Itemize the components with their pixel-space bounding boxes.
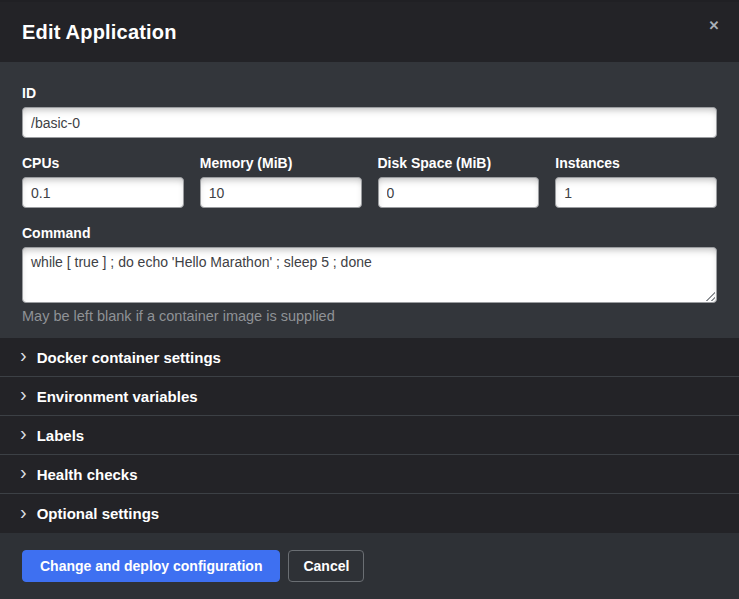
chevron-right-icon: › — [20, 345, 27, 365]
disk-input[interactable] — [378, 177, 540, 208]
close-icon[interactable]: ✕ — [703, 15, 725, 37]
instances-input[interactable] — [555, 177, 717, 208]
chevron-right-icon: › — [20, 384, 27, 404]
chevron-right-icon: › — [20, 423, 27, 443]
cancel-button[interactable]: Cancel — [288, 550, 364, 582]
application-form: ID CPUs Memory (MiB) Disk Space (MiB) In… — [0, 62, 739, 338]
section-labels[interactable]: › Labels — [0, 416, 739, 455]
change-and-deploy-button[interactable]: Change and deploy configuration — [22, 550, 280, 582]
memory-field-group: Memory (MiB) — [200, 156, 362, 208]
modal-title: Edit Application — [22, 21, 177, 44]
instances-field-group: Instances — [555, 156, 717, 208]
disk-field-group: Disk Space (MiB) — [378, 156, 540, 208]
section-health-checks[interactable]: › Health checks — [0, 455, 739, 494]
resources-row: CPUs Memory (MiB) Disk Space (MiB) Insta… — [22, 156, 717, 208]
disk-label: Disk Space (MiB) — [378, 156, 540, 171]
section-title: Labels — [37, 427, 85, 444]
memory-label: Memory (MiB) — [200, 156, 362, 171]
section-optional-settings[interactable]: › Optional settings — [0, 494, 739, 533]
accordion-sections: › Docker container settings › Environmen… — [0, 338, 739, 533]
section-title: Health checks — [37, 466, 138, 483]
id-field-group: ID — [22, 86, 717, 138]
cpus-input[interactable] — [22, 177, 184, 208]
cpus-label: CPUs — [22, 156, 184, 171]
instances-label: Instances — [555, 156, 717, 171]
id-input[interactable] — [22, 107, 717, 138]
modal-header: Edit Application ✕ — [0, 0, 739, 62]
id-label: ID — [22, 86, 717, 101]
command-help-text: May be left blank if a container image i… — [22, 308, 717, 325]
cpus-field-group: CPUs — [22, 156, 184, 208]
memory-input[interactable] — [200, 177, 362, 208]
section-title: Optional settings — [37, 505, 160, 522]
section-environment-variables[interactable]: › Environment variables — [0, 377, 739, 416]
command-textarea[interactable]: while [ true ] ; do echo 'Hello Marathon… — [22, 247, 717, 303]
edit-application-modal: Edit Application ✕ ID CPUs Memory (MiB) … — [0, 0, 739, 599]
command-label: Command — [22, 226, 717, 241]
chevron-right-icon: › — [20, 502, 27, 522]
modal-footer: Change and deploy configuration Cancel — [0, 533, 739, 599]
section-title: Environment variables — [37, 388, 198, 405]
section-title: Docker container settings — [37, 349, 221, 366]
command-field-group: Command while [ true ] ; do echo 'Hello … — [22, 226, 717, 325]
section-docker-container-settings[interactable]: › Docker container settings — [0, 338, 739, 377]
chevron-right-icon: › — [20, 462, 27, 482]
